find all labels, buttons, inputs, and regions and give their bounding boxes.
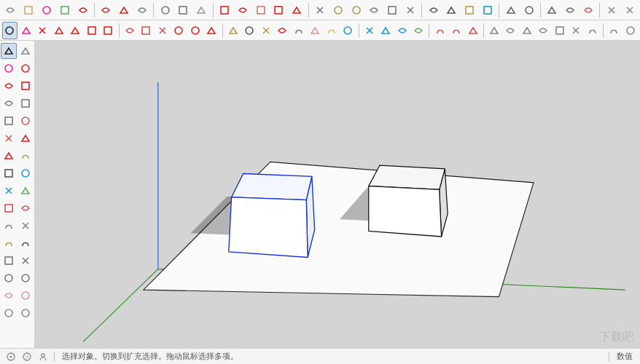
layer-s-button[interactable] (18, 270, 34, 286)
arc-button[interactable] (116, 1, 133, 19)
roof1-button[interactable] (503, 22, 518, 39)
off-s-button[interactable] (18, 165, 34, 181)
style3-button[interactable] (580, 1, 597, 19)
3dtext-button[interactable] (291, 22, 306, 39)
window-zoom-button[interactable] (411, 22, 426, 39)
text-button[interactable] (425, 1, 442, 19)
push-s-button[interactable] (1, 130, 17, 146)
text-s-button[interactable] (18, 200, 34, 216)
roof2-button[interactable] (520, 22, 535, 39)
tape2-button[interactable] (225, 22, 241, 39)
dim-s-button[interactable] (1, 218, 17, 234)
model-info-button[interactable] (20, 1, 37, 19)
window-s-button[interactable] (1, 288, 17, 304)
scale2-button[interactable] (138, 22, 154, 39)
profile-icon[interactable] (36, 350, 50, 363)
paint-bucket-button[interactable] (19, 22, 34, 39)
tape-s-button[interactable] (1, 200, 17, 216)
arc2-button[interactable] (52, 22, 67, 39)
push-pull-button[interactable] (234, 1, 251, 19)
style2-button[interactable] (562, 1, 579, 19)
materials-button[interactable] (39, 1, 55, 19)
pan-button[interactable] (378, 22, 394, 39)
paint-s-button[interactable] (18, 60, 34, 76)
dimension-button[interactable] (443, 1, 460, 19)
arc-s-button[interactable] (1, 78, 17, 94)
prev-s-button[interactable] (1, 270, 17, 286)
shape-button[interactable] (175, 1, 192, 19)
label-s-button[interactable] (18, 288, 34, 304)
follow-s-button[interactable] (18, 130, 34, 146)
model-scene[interactable] (35, 41, 640, 348)
offset-button[interactable] (193, 1, 210, 19)
solid-union-button[interactable] (384, 1, 401, 19)
follow-me-button[interactable] (216, 1, 233, 19)
curve-s-button[interactable] (18, 183, 34, 199)
push-button[interactable] (85, 22, 100, 39)
scale-button[interactable] (252, 1, 269, 19)
roof6-button[interactable] (585, 22, 601, 39)
roof4-button[interactable] (553, 22, 568, 39)
rot-s-button[interactable] (18, 148, 34, 164)
followme2-button[interactable] (171, 22, 187, 39)
freehand-s-button[interactable] (18, 78, 34, 94)
style1-button[interactable] (544, 1, 561, 19)
freehand-button[interactable] (98, 1, 114, 19)
line-button[interactable] (35, 22, 50, 39)
move-button[interactable] (289, 1, 305, 19)
text2-button[interactable] (242, 22, 257, 39)
axis-button[interactable] (480, 1, 496, 19)
scale-s-button[interactable] (1, 165, 17, 181)
protractor-button[interactable] (258, 22, 273, 39)
move-s-button[interactable] (1, 148, 17, 164)
style-s-button[interactable] (1, 305, 17, 321)
circle-tool-button[interactable] (157, 1, 173, 19)
section-button[interactable] (502, 1, 519, 19)
freehand2-button[interactable] (68, 22, 83, 39)
rectangle-button[interactable] (134, 1, 151, 19)
follow2-s-button[interactable] (1, 183, 17, 199)
zoom-button[interactable] (394, 22, 410, 39)
poly-s-button[interactable] (1, 113, 17, 129)
offset2-button[interactable] (155, 22, 170, 39)
solid-trim-button[interactable] (366, 1, 383, 19)
section-s-button[interactable] (18, 218, 34, 234)
shape-s-button[interactable] (18, 113, 34, 129)
preset-s-button[interactable] (18, 305, 34, 321)
extent-s-button[interactable] (18, 253, 34, 269)
orbit-button[interactable] (362, 22, 377, 39)
geo-location-icon[interactable] (4, 350, 17, 363)
layer-button[interactable] (606, 22, 622, 39)
rotate2-button[interactable] (122, 22, 137, 39)
camera-button[interactable] (603, 1, 620, 19)
tape-button[interactable] (461, 1, 478, 19)
components-button[interactable] (74, 1, 91, 19)
section-display-button[interactable] (520, 1, 537, 19)
solid-subtract-button[interactable] (348, 1, 364, 19)
section2-button[interactable] (308, 22, 323, 39)
rect-s-button[interactable] (1, 95, 17, 111)
movetool-button[interactable] (188, 22, 203, 39)
orbit-s-button[interactable] (1, 235, 17, 251)
prev-button[interactable] (449, 22, 464, 39)
look-button[interactable] (340, 22, 356, 39)
extents-button[interactable] (432, 22, 448, 39)
position-button[interactable] (465, 22, 480, 39)
axes-button[interactable] (275, 22, 290, 39)
entity-info-button[interactable] (56, 1, 73, 19)
select-s-button[interactable] (1, 43, 17, 59)
roof5-button[interactable] (569, 22, 584, 39)
select-button[interactable] (2, 22, 17, 39)
move2-button[interactable] (101, 22, 116, 39)
zoom-s-button[interactable] (1, 253, 17, 269)
window-button[interactable] (623, 22, 639, 39)
credits-icon[interactable]: ? (20, 350, 34, 363)
home-button[interactable] (2, 1, 19, 19)
rotate-button[interactable] (270, 1, 287, 19)
viewport[interactable] (35, 41, 640, 348)
line-s-button[interactable] (1, 60, 17, 76)
solid-split-button[interactable] (402, 1, 419, 19)
eraser-s-button[interactable] (18, 43, 34, 59)
outer-shell-button[interactable] (312, 1, 329, 19)
roof3-button[interactable] (536, 22, 551, 39)
